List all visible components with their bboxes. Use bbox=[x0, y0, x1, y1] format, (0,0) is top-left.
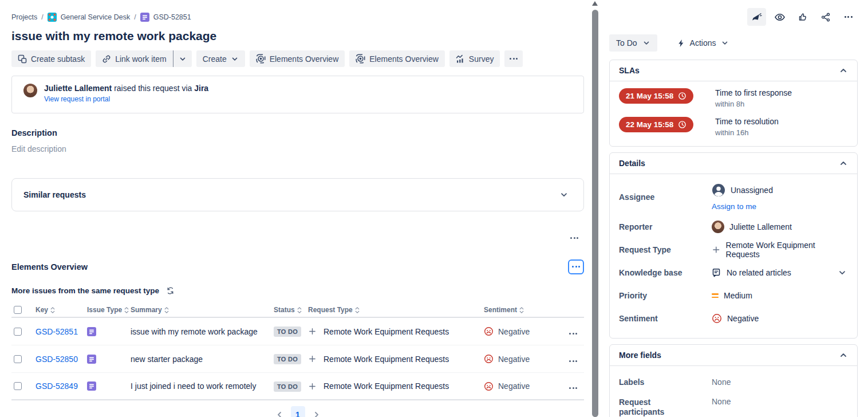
sidebar-icon-row bbox=[609, 8, 858, 26]
elements-overview-button-1[interactable]: Elements Overview bbox=[250, 50, 345, 67]
reporter-value[interactable]: Juliette Lallement bbox=[712, 221, 848, 233]
sort-icon bbox=[519, 306, 524, 314]
labels-value[interactable]: None bbox=[712, 377, 848, 387]
row-more-button[interactable] bbox=[567, 324, 579, 339]
issue-sidebar: To Do Actions SLAs 21 May 15:58 bbox=[609, 0, 858, 417]
request-participants-value[interactable]: None bbox=[712, 397, 848, 406]
assignee-label: Assignee bbox=[619, 192, 712, 202]
assignee-field: Assignee Unassigned Assign to me bbox=[619, 179, 848, 215]
request-type-cell: Remote Work Equipment Requests bbox=[308, 355, 484, 364]
survey-button[interactable]: Survey bbox=[449, 50, 500, 67]
issue-type-icon bbox=[87, 327, 96, 336]
row-checkbox[interactable] bbox=[14, 328, 22, 336]
table-row: GSD-52849 I just joined i need to work r… bbox=[11, 373, 584, 400]
breadcrumb-project-link[interactable]: General Service Desk bbox=[61, 13, 131, 21]
request-origin-text: Juliette Lallement raised this request v… bbox=[44, 84, 208, 113]
assign-to-me-link[interactable]: Assign to me bbox=[712, 202, 756, 211]
column-header-summary[interactable]: Summary bbox=[131, 306, 274, 314]
row-more-button[interactable] bbox=[567, 352, 579, 367]
request-participants-label: Request participants bbox=[619, 398, 676, 417]
ellipsis-icon bbox=[569, 387, 577, 389]
more-fields-panel-header[interactable]: More fields bbox=[610, 345, 857, 366]
issue-key-link[interactable]: GSD-52849 bbox=[35, 381, 87, 391]
section-more-button[interactable] bbox=[568, 229, 581, 243]
previous-page-button[interactable] bbox=[275, 410, 284, 417]
edit-description-field[interactable]: Edit description bbox=[11, 144, 584, 154]
page-number-button[interactable]: 1 bbox=[291, 406, 305, 417]
row-more-button[interactable] bbox=[567, 379, 579, 394]
slas-body: 21 May 15:58 Time to first response with… bbox=[610, 81, 857, 146]
issue-type-icon bbox=[87, 355, 96, 364]
page-title: issue with my remote work package bbox=[11, 29, 584, 43]
table-header-row: Key Issue Type Summary Status Request Ty… bbox=[11, 303, 584, 318]
breadcrumb-issue-key-link[interactable]: GSD-52851 bbox=[153, 13, 191, 21]
elements-overview-more-button[interactable] bbox=[568, 259, 584, 274]
request-origin-line: Juliette Lallement raised this request v… bbox=[44, 84, 208, 93]
link-work-item-split-button: Link work item bbox=[96, 50, 191, 67]
column-header-key[interactable]: Key bbox=[35, 306, 87, 314]
request-type-label: Request Type bbox=[619, 245, 712, 254]
plus-icon bbox=[308, 327, 317, 336]
sla-deadline-badge[interactable]: 21 May 15:58 bbox=[619, 88, 693, 104]
sort-icon bbox=[164, 306, 169, 314]
request-type-value[interactable]: Remote Work Equipment Requests bbox=[712, 241, 848, 259]
actions-dropdown-button[interactable]: Actions bbox=[673, 38, 732, 48]
sla-item: 21 May 15:58 Time to first response with… bbox=[619, 88, 848, 108]
breadcrumb-separator: / bbox=[134, 13, 136, 21]
status-dropdown-button[interactable]: To Do bbox=[609, 34, 657, 52]
select-all-checkbox[interactable] bbox=[14, 306, 22, 314]
knowledge-base-value[interactable]: No related articles bbox=[712, 268, 848, 277]
sla-name: Time to resolution bbox=[715, 117, 779, 126]
scrollbar-thumb[interactable] bbox=[592, 10, 598, 417]
refresh-button[interactable] bbox=[166, 286, 175, 295]
reporter-avatar[interactable] bbox=[23, 84, 37, 97]
sort-icon bbox=[124, 306, 129, 314]
view-request-in-portal-link[interactable]: View request in portal bbox=[44, 95, 110, 103]
issue-key-link[interactable]: GSD-52851 bbox=[35, 327, 87, 336]
toolbar-more-button[interactable] bbox=[504, 50, 523, 67]
sla-deadline-badge[interactable]: 22 May 15:58 bbox=[619, 117, 693, 132]
status-badge: TO DO bbox=[274, 326, 301, 337]
target-icon bbox=[356, 54, 365, 64]
feedback-button[interactable] bbox=[747, 8, 766, 26]
row-checkbox[interactable] bbox=[14, 382, 22, 390]
details-panel-header[interactable]: Details bbox=[610, 153, 857, 174]
status-label: To Do bbox=[616, 38, 637, 48]
create-subtask-button[interactable]: Create subtask bbox=[11, 50, 91, 67]
negative-sentiment-icon bbox=[484, 326, 494, 336]
column-header-status[interactable]: Status bbox=[274, 306, 308, 314]
priority-value[interactable]: Medium bbox=[712, 291, 848, 300]
scrollbar-up-arrow[interactable] bbox=[592, 1, 598, 6]
project-avatar-icon bbox=[48, 13, 57, 22]
elements-overview-button-2[interactable]: Elements Overview bbox=[349, 50, 445, 67]
assignee-value[interactable]: Unassigned bbox=[712, 183, 773, 197]
create-label: Create bbox=[203, 54, 227, 64]
watch-button[interactable] bbox=[770, 8, 789, 26]
sentiment-value[interactable]: Negative bbox=[712, 313, 848, 324]
knowledge-base-label: Knowledge base bbox=[619, 268, 712, 277]
chevron-down-icon bbox=[231, 55, 239, 63]
sidebar-more-button[interactable] bbox=[839, 8, 858, 26]
sentiment-label: Sentiment bbox=[619, 314, 712, 323]
vote-button[interactable] bbox=[793, 8, 812, 26]
column-header-sentiment[interactable]: Sentiment bbox=[484, 306, 567, 314]
breadcrumb-projects-link[interactable]: Projects bbox=[11, 13, 37, 21]
next-page-button[interactable] bbox=[312, 410, 321, 417]
chevron-down-icon bbox=[179, 55, 187, 63]
negative-sentiment-icon bbox=[712, 313, 722, 324]
similar-requests-panel[interactable]: Similar requests bbox=[11, 178, 584, 211]
link-work-item-button[interactable]: Link work item bbox=[96, 50, 172, 67]
reporter-label: Reporter bbox=[619, 222, 712, 231]
create-subtask-label: Create subtask bbox=[31, 54, 85, 64]
negative-sentiment-icon bbox=[484, 354, 494, 364]
share-button[interactable] bbox=[816, 8, 835, 26]
column-header-request-type[interactable]: Request Type bbox=[308, 306, 484, 314]
create-dropdown-button[interactable]: Create bbox=[196, 50, 245, 67]
slas-panel-header[interactable]: SLAs bbox=[610, 60, 857, 81]
issue-key-link[interactable]: GSD-52850 bbox=[35, 355, 87, 364]
request-origin-card: Juliette Lallement raised this request v… bbox=[11, 76, 584, 113]
column-header-issue-type[interactable]: Issue Type bbox=[87, 306, 131, 314]
megaphone-icon bbox=[751, 13, 762, 22]
row-checkbox[interactable] bbox=[14, 355, 22, 363]
link-work-item-dropdown-button[interactable] bbox=[173, 50, 192, 67]
